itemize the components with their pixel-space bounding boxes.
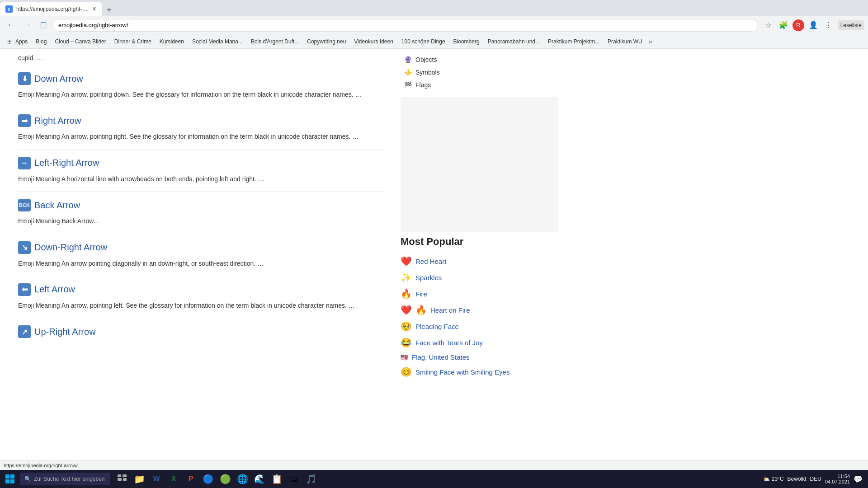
- app-folder[interactable]: 🗂: [286, 471, 302, 487]
- notification-area[interactable]: 💬: [854, 475, 863, 483]
- sidebar: 🔮 Objects ⚜️ Symbols 🏁 Flags Most Popula…: [393, 49, 565, 460]
- page-content: cupid. … ⬇ Down Arrow Emoji Meaning An a…: [0, 49, 868, 460]
- taskbar-datetime: 11:54 04.07.2021: [825, 474, 850, 484]
- svg-rect-1: [10, 474, 14, 479]
- powerpoint-app[interactable]: P: [183, 471, 199, 487]
- word-app[interactable]: W: [148, 471, 165, 487]
- bookmark-bois[interactable]: Bois d'Argent Duft...: [247, 37, 302, 47]
- profile-icon[interactable]: 👤: [807, 19, 820, 32]
- bookmark-canva[interactable]: Cloud – Canva Bilder: [51, 37, 109, 47]
- heart-on-fire-emoji1: ❤️: [401, 305, 412, 315]
- taskbar-language: DEU: [810, 476, 821, 482]
- spotify-app[interactable]: 🎵: [303, 471, 319, 487]
- sidebar-item-symbols[interactable]: ⚜️ Symbols: [401, 66, 558, 79]
- bookmark-star-icon[interactable]: ☆: [762, 19, 774, 32]
- tab-bar: e https://emojipedia.org/right-arr... × …: [0, 0, 868, 16]
- svg-rect-7: [123, 478, 127, 481]
- popular-pleading-face[interactable]: 🥺 Pleading Face: [401, 318, 558, 334]
- us-flag-link[interactable]: Flag: United States: [412, 353, 470, 361]
- back-button[interactable]: ←: [4, 18, 18, 33]
- down-right-arrow-link[interactable]: ↘ Down-Right Arrow: [18, 241, 384, 254]
- popular-fire[interactable]: 🔥 Fire: [401, 286, 558, 302]
- down-arrow-emoji-icon: ⬇: [18, 72, 31, 85]
- left-right-arrow-link[interactable]: ↔ Left-Right Arrow: [18, 157, 384, 169]
- active-tab[interactable]: e https://emojipedia.org/right-arr... ×: [0, 2, 102, 16]
- popular-us-flag[interactable]: 🇺🇸 Flag: United States: [401, 351, 558, 364]
- extensions-icon[interactable]: 🧩: [777, 19, 790, 32]
- bookmark-bloomberg[interactable]: Bloomberg: [450, 37, 483, 47]
- taskbar-right: ⛅ 23°C Bewölkt DEU 11:54 04.07.2021 💬: [763, 474, 866, 484]
- us-flag-emoji: 🇺🇸: [401, 354, 408, 361]
- tears-of-joy-emoji: 😂: [401, 337, 412, 348]
- symbols-label: Symbols: [415, 69, 440, 76]
- app-clipboard[interactable]: 📋: [269, 471, 285, 487]
- sync-icon[interactable]: R: [793, 19, 804, 31]
- svg-rect-3: [10, 479, 14, 483]
- status-url: https://emojipedia.org/right-arrow/: [4, 463, 864, 468]
- tab-close-button[interactable]: ×: [92, 5, 96, 13]
- fire-link[interactable]: Fire: [415, 290, 427, 298]
- bookmark-social[interactable]: Social Media Mana...: [189, 37, 246, 47]
- app-green[interactable]: 🟢: [217, 471, 233, 487]
- bookmark-dinner[interactable]: Dinner & Crime: [111, 37, 155, 47]
- red-heart-link[interactable]: Red Heart: [415, 258, 446, 265]
- excel-app[interactable]: X: [165, 471, 182, 487]
- smiling-eyes-link[interactable]: Smiling Face with Smiling Eyes: [415, 368, 509, 376]
- reload-button[interactable]: [36, 18, 51, 33]
- settings-icon[interactable]: ⋮: [822, 19, 835, 32]
- left-right-arrow-section: ↔ Left-Right Arrow Emoji Meaning A horiz…: [18, 150, 384, 192]
- edge-app[interactable]: 🌊: [251, 471, 268, 487]
- heart-on-fire-link[interactable]: Heart on Fire: [430, 306, 470, 314]
- bookmark-panorama[interactable]: Panoramabahn und...: [484, 37, 543, 47]
- right-arrow-section: ➡ Right Arrow Emoji Meaning An arrow, po…: [18, 107, 384, 149]
- heart-on-fire-emoji2: 🔥: [415, 305, 427, 315]
- pleading-face-link[interactable]: Pleading Face: [415, 323, 459, 330]
- reading-mode-label[interactable]: Leseliste: [838, 20, 864, 30]
- right-arrow-link[interactable]: ➡ Right Arrow: [18, 114, 384, 127]
- taskview-app[interactable]: [114, 471, 130, 487]
- tears-of-joy-link[interactable]: Face with Tears of Joy: [415, 339, 483, 347]
- down-right-arrow-emoji-icon: ↘: [18, 241, 31, 254]
- start-button[interactable]: [2, 471, 18, 487]
- popular-smiling-eyes[interactable]: 😊 Smiling Face with Smiling Eyes: [401, 364, 558, 380]
- bookmark-100dinge[interactable]: 100 schöne Dinge: [398, 37, 449, 47]
- bookmark-apps[interactable]: ⊞ Apps: [4, 37, 31, 47]
- sidebar-nav-section: 🔮 Objects ⚜️ Symbols 🏁 Flags: [401, 53, 558, 91]
- chrome-app[interactable]: 🌐: [234, 471, 250, 487]
- bookmark-praktikum1[interactable]: Praktikum Projektm...: [544, 37, 603, 47]
- up-right-arrow-link[interactable]: ↗ Up-Right Arrow: [18, 325, 384, 338]
- file-explorer-app[interactable]: 📁: [131, 471, 147, 487]
- smiling-eyes-emoji: 😊: [401, 366, 412, 377]
- bookmark-praktikum2[interactable]: Praktikum WU: [604, 37, 646, 47]
- sidebar-item-objects[interactable]: 🔮 Objects: [401, 53, 558, 66]
- sparkles-link[interactable]: Sparkles: [415, 274, 442, 282]
- fire-emoji: 🔥: [401, 288, 412, 299]
- cupid-text: cupid. …: [18, 49, 384, 65]
- most-popular-section: Most Popular ❤️ Red Heart ✨ Sparkles 🔥 F…: [401, 236, 558, 380]
- bookmark-blog[interactable]: Blog: [32, 37, 50, 47]
- taskbar-search[interactable]: 🔍 Zur Suche Text hier eingeben: [20, 473, 110, 485]
- app-blue[interactable]: 🔵: [200, 471, 216, 487]
- sidebar-item-flags[interactable]: 🏁 Flags: [401, 79, 558, 91]
- popular-heart-on-fire[interactable]: ❤️ 🔥 Heart on Fire: [401, 302, 558, 318]
- address-bar[interactable]: [52, 19, 758, 32]
- main-content: cupid. … ⬇ Down Arrow Emoji Meaning An a…: [0, 49, 393, 460]
- up-right-arrow-emoji-icon: ↗: [18, 325, 31, 338]
- left-arrow-link[interactable]: ⬅ Left Arrow: [18, 283, 384, 296]
- bookmark-videokurs[interactable]: Videokurs Ideen: [350, 37, 397, 47]
- new-tab-button[interactable]: +: [102, 4, 116, 16]
- popular-tears-of-joy[interactable]: 😂 Face with Tears of Joy: [401, 334, 558, 351]
- popular-red-heart[interactable]: ❤️ Red Heart: [401, 253, 558, 269]
- bookmark-copywriting[interactable]: Copywriting neu: [303, 37, 349, 47]
- more-bookmarks-button[interactable]: »: [649, 38, 652, 45]
- left-right-arrow-emoji-icon: ↔: [18, 157, 31, 169]
- svg-rect-5: [123, 474, 127, 477]
- bookmark-kursideen[interactable]: Kursideen: [156, 37, 188, 47]
- left-arrow-section: ⬅ Left Arrow Emoji Meaning An arrow, poi…: [18, 276, 384, 318]
- down-arrow-link[interactable]: ⬇ Down Arrow: [18, 72, 384, 85]
- back-arrow-link[interactable]: BCK Back Arrow: [18, 199, 384, 211]
- most-popular-title: Most Popular: [401, 236, 558, 248]
- popular-sparkles[interactable]: ✨ Sparkles: [401, 269, 558, 286]
- forward-button[interactable]: →: [20, 18, 34, 33]
- navigation-bar: ← → ☆ 🧩 R 👤 ⋮ Leseliste: [0, 16, 868, 34]
